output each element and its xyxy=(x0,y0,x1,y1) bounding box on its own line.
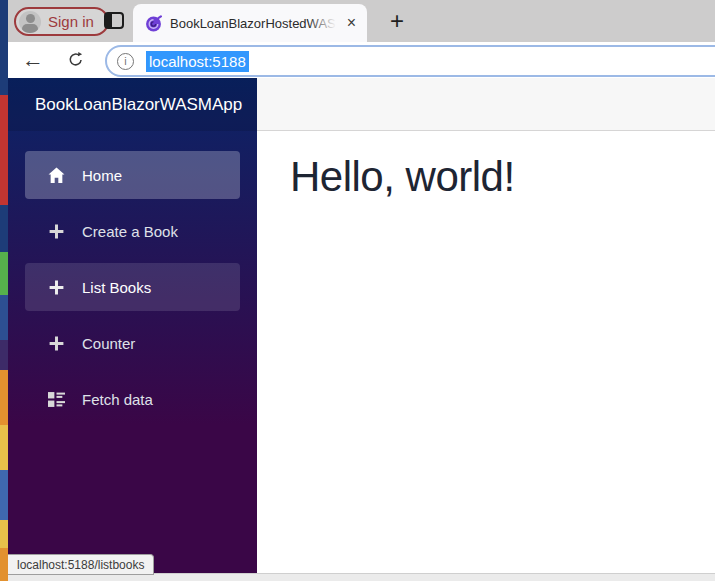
desktop-segment xyxy=(0,95,8,205)
sidebar-item-label: Home xyxy=(82,167,122,184)
desktop-segment xyxy=(0,425,8,470)
sidebar: BookLoanBlazorWASMApp Home Create a Book xyxy=(8,78,257,573)
page-viewport: BookLoanBlazorWASMApp Home Create a Book xyxy=(8,78,715,573)
browser-toolbar: ← i localhost:5188 xyxy=(8,42,715,78)
avatar-icon xyxy=(19,11,41,33)
home-icon xyxy=(48,167,65,184)
desktop-segment xyxy=(0,0,8,95)
sidebar-item-label: Counter xyxy=(82,335,135,352)
browser-tab[interactable]: BookLoanBlazorHostedWASMAp × xyxy=(133,4,367,42)
sidebar-item-label: Fetch data xyxy=(82,391,153,408)
browser-window: Sign in BookLoanBlazorHostedWASMAp × + ← xyxy=(8,0,715,581)
signin-label: Sign in xyxy=(48,13,94,30)
main-content: Hello, world! xyxy=(257,78,715,573)
desktop-segment xyxy=(0,205,8,252)
desktop-segment xyxy=(0,252,8,295)
sidebar-item-home[interactable]: Home xyxy=(25,151,240,199)
tab-close-icon[interactable]: × xyxy=(344,13,359,33)
main-top-row xyxy=(257,78,715,131)
desktop-segment xyxy=(0,520,8,548)
desktop-background-strip xyxy=(0,0,8,581)
desktop-segment xyxy=(0,470,8,520)
new-tab-button[interactable]: + xyxy=(383,8,411,34)
desktop-segment xyxy=(0,295,8,340)
plus-icon xyxy=(48,223,65,240)
status-tooltip: localhost:5188/listbooks xyxy=(8,554,154,575)
sidebar-item-list-books[interactable]: List Books xyxy=(25,263,240,311)
desktop-segment xyxy=(0,370,8,425)
sidebar-item-label: List Books xyxy=(82,279,151,296)
tab-bar: Sign in BookLoanBlazorHostedWASMAp × + xyxy=(8,0,715,42)
screen: Sign in BookLoanBlazorHostedWASMAp × + ← xyxy=(0,0,715,581)
back-button[interactable]: ← xyxy=(18,46,48,74)
sidebar-item-create-book[interactable]: Create a Book xyxy=(25,207,240,255)
page-content: Hello, world! xyxy=(257,153,715,201)
url-input-selected-text[interactable]: localhost:5188 xyxy=(146,51,249,72)
page-title: Hello, world! xyxy=(290,153,715,201)
desktop-segment xyxy=(0,548,8,581)
firefox-view-icon[interactable] xyxy=(104,12,124,29)
sidebar-item-fetch-data[interactable]: Fetch data xyxy=(25,375,240,423)
desktop-segment xyxy=(0,340,8,370)
sidebar-item-label: Create a Book xyxy=(82,223,178,240)
site-info-icon[interactable]: i xyxy=(117,53,134,70)
signin-button[interactable]: Sign in xyxy=(14,7,109,36)
avatar-head xyxy=(26,14,35,23)
avatar-body xyxy=(22,24,38,33)
sidebar-item-counter[interactable]: Counter xyxy=(25,319,240,367)
list-rich-icon xyxy=(48,391,65,408)
tab-title: BookLoanBlazorHostedWASMAp xyxy=(170,16,336,31)
app-brand[interactable]: BookLoanBlazorWASMApp xyxy=(8,78,257,131)
plus-icon xyxy=(48,335,65,352)
url-bar[interactable]: i localhost:5188 xyxy=(105,45,715,77)
reload-icon xyxy=(67,51,85,69)
nav-menu: Home Create a Book List Books xyxy=(8,151,257,423)
plus-icon xyxy=(48,279,65,296)
reload-button[interactable] xyxy=(61,46,91,74)
blazor-favicon-icon xyxy=(145,15,162,32)
